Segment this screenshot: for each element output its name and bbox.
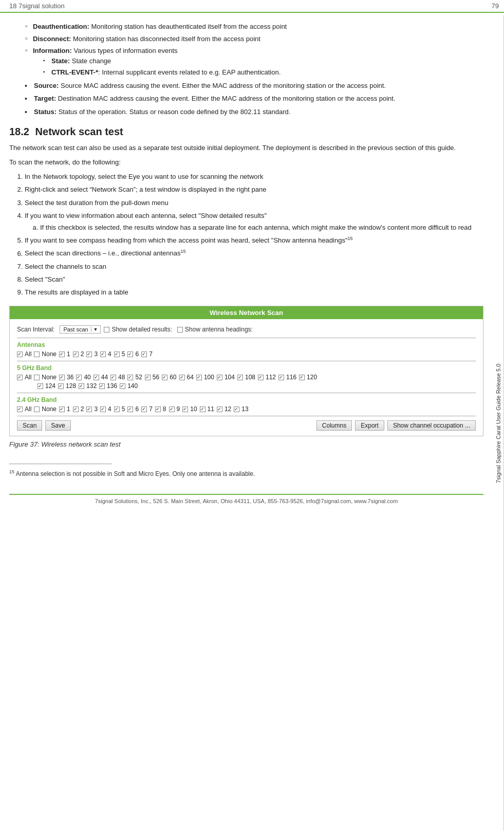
band5-56-checkbox[interactable] — [145, 375, 151, 380]
band24-2-label: 2 — [81, 405, 84, 413]
antenna-6-group: 6 — [127, 350, 139, 358]
band5-128-checkbox[interactable] — [58, 383, 64, 389]
band5-60-checkbox[interactable] — [162, 375, 167, 380]
save-button[interactable]: Save — [45, 420, 70, 431]
step-8: Select "Scan" — [25, 274, 483, 285]
main-bullet-list: Source: Source MAC address causing the e… — [14, 81, 483, 117]
antenna-5-checkbox[interactable] — [114, 352, 120, 357]
antennas-section-label: Antennas — [17, 341, 476, 348]
band5-140-checkbox[interactable] — [120, 383, 125, 389]
antenna-6-label: 6 — [135, 350, 139, 358]
band5-36-checkbox[interactable] — [59, 375, 65, 380]
section-heading-area: 18.2 Network scan test — [9, 126, 483, 138]
antenna-3-checkbox[interactable] — [86, 352, 92, 357]
band5-36-label: 36 — [67, 374, 73, 381]
antenna-none-label: None — [42, 350, 57, 358]
antenna-none-checkbox[interactable] — [34, 352, 40, 357]
band5-100-checkbox[interactable] — [196, 375, 202, 380]
antenna-3-group: 3 — [86, 350, 98, 358]
show-detailed-checkbox[interactable] — [104, 327, 109, 333]
band5-132-checkbox[interactable] — [79, 383, 84, 389]
side-label: 7signal Sapphire Carat User Guide Releas… — [493, 15, 504, 831]
band5-100-label: 100 — [204, 374, 214, 381]
band24-9-checkbox[interactable] — [169, 407, 175, 412]
step-6: Select the scan directions – i.e., direc… — [25, 248, 483, 258]
step-3: Select the test duration from the pull-d… — [25, 198, 483, 208]
widget-body: Scan Interval: Past scan ▼ Show detailed… — [10, 319, 483, 436]
band24-7-checkbox[interactable] — [141, 407, 147, 412]
band5-all-label: All — [25, 374, 31, 381]
band5-all-checkbox[interactable] — [17, 375, 23, 380]
band5-108-checkbox[interactable] — [237, 375, 243, 380]
state-label: State: — [51, 57, 70, 65]
antenna-4-checkbox[interactable] — [100, 352, 106, 357]
band24-10-checkbox[interactable] — [182, 407, 188, 412]
band24-none-checkbox[interactable] — [34, 407, 40, 412]
show-antenna-label: Show antenna headings: — [185, 326, 253, 333]
band5-52-checkbox[interactable] — [127, 375, 133, 380]
band24-none-group: None — [34, 405, 57, 413]
antenna-2-checkbox[interactable] — [73, 352, 79, 357]
scan-intro: To scan the network, do the following: — [9, 157, 483, 168]
band5-44-checkbox[interactable] — [94, 375, 99, 380]
band24-6-checkbox[interactable] — [127, 407, 133, 412]
antenna-1-checkbox[interactable] — [59, 352, 65, 357]
band5-none-checkbox[interactable] — [34, 375, 40, 380]
list-item-ctrl: CTRL-EVENT-*: Internal supplicant events… — [43, 67, 483, 78]
band24-13-group: 13 — [234, 405, 248, 413]
band5-136-checkbox[interactable] — [99, 383, 105, 389]
export-button[interactable]: Export — [355, 420, 384, 431]
band5-48-checkbox[interactable] — [110, 375, 116, 380]
band5-104-checkbox[interactable] — [217, 375, 222, 380]
band24-2-checkbox[interactable] — [73, 407, 79, 412]
band24-none-label: None — [42, 405, 57, 413]
antenna-all-checkbox[interactable] — [17, 352, 23, 357]
band24-8-checkbox[interactable] — [155, 407, 161, 412]
footer-text: 7signal Solutions, Inc., 526 S. Main Str… — [95, 498, 398, 504]
band5-40-group: 40 — [76, 374, 90, 381]
antenna-all-label: All — [25, 350, 31, 358]
step-4: If you want to view information about ea… — [25, 211, 483, 233]
band5-row2: 124 128 132 136 — [17, 382, 476, 390]
scan-interval-select[interactable]: Past scan ▼ — [60, 325, 101, 334]
band5-116-checkbox[interactable] — [278, 375, 284, 380]
band5-112-group: 112 — [258, 374, 276, 381]
show-antenna-checkbox[interactable] — [177, 327, 183, 333]
antenna-2-label: 2 — [81, 350, 84, 358]
band5-120-group: 120 — [299, 374, 317, 381]
antennas-row: All None 1 — [17, 350, 476, 358]
band5-112-checkbox[interactable] — [258, 375, 264, 380]
band5-56-group: 56 — [145, 374, 159, 381]
header-right: 79 — [492, 2, 499, 10]
band24-11-checkbox[interactable] — [200, 407, 206, 412]
band5-120-checkbox[interactable] — [299, 375, 305, 380]
band5-48-label: 48 — [118, 374, 125, 381]
band5-128-group: 128 — [58, 382, 76, 390]
list-item-information: Information: Various types of informatio… — [25, 46, 483, 78]
band5-64-checkbox[interactable] — [179, 375, 185, 380]
band24-5-checkbox[interactable] — [114, 407, 120, 412]
band24-all-group: All — [17, 405, 31, 413]
scan-button[interactable]: Scan — [17, 420, 42, 431]
band5-none-group: None — [34, 374, 57, 381]
band5-row1: All None 36 40 — [17, 374, 476, 381]
footnote-text: 15 Antenna selection is not possible in … — [9, 469, 483, 478]
antenna-4-group: 4 — [100, 350, 111, 358]
list-item-disconnect: Disconnect: Monitoring station has disco… — [25, 34, 483, 44]
band5-40-checkbox[interactable] — [76, 375, 82, 380]
antenna-6-checkbox[interactable] — [127, 352, 133, 357]
band24-4-checkbox[interactable] — [100, 407, 106, 412]
band24-all-checkbox[interactable] — [17, 407, 23, 412]
band24-3-checkbox[interactable] — [86, 407, 92, 412]
section-number: 18.2 — [9, 126, 29, 137]
band24-13-checkbox[interactable] — [234, 407, 239, 412]
band24-1-checkbox[interactable] — [59, 407, 65, 412]
band5-124-checkbox[interactable] — [38, 383, 43, 389]
band24-12-checkbox[interactable] — [217, 407, 222, 412]
step-7: Select the channels to scan — [25, 262, 483, 272]
show-channel-button[interactable]: Show channel occupation ... — [387, 420, 476, 431]
columns-button[interactable]: Columns — [316, 420, 352, 431]
disconnect-label: Disconnect: — [33, 35, 71, 43]
antenna-7-checkbox[interactable] — [141, 352, 147, 357]
antenna-all-group: All — [17, 350, 31, 358]
